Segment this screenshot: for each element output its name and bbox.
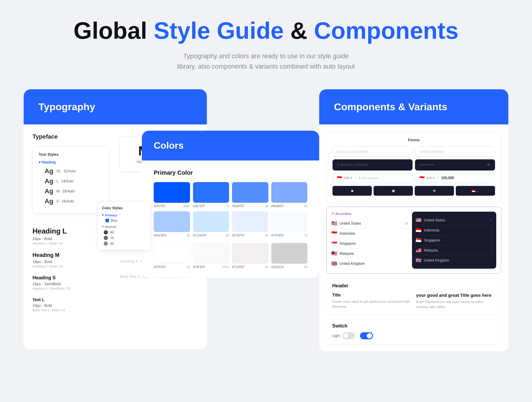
accordion-dark-item-us[interactable]: 🇺🇸 United States ✓ xyxy=(416,215,493,225)
accordion-light: ✦ Accordion 🇺🇸 United States ✓ xyxy=(331,212,408,269)
swatch-color-30b xyxy=(193,211,229,232)
colors-banner-label: Colors xyxy=(154,140,184,151)
flag-uk-dark-icon: 🇬🇧 xyxy=(416,257,421,263)
blue-color-dot xyxy=(106,219,109,222)
neutral-item-80: 80 xyxy=(104,230,146,234)
form-select-2[interactable]: 🇮🇩 IDR ▾ | 100,000 xyxy=(415,173,495,183)
swatch-60 xyxy=(232,182,268,203)
header-desc: Create more value to get started your co… xyxy=(332,299,411,309)
swatch-color-70 xyxy=(193,182,229,203)
hero-section: Global Style Guide & Components Typograp… xyxy=(74,18,458,72)
color-group-primary: ▾ Primary Blue xyxy=(102,213,146,222)
accordion-panel: ✦ Accordion 🇺🇸 United States ✓ xyxy=(326,207,501,274)
switch-thumb-off xyxy=(343,333,348,338)
text-l-title: Text L xyxy=(33,297,111,302)
flag-id-icon-acc: 🇮🇩 xyxy=(331,231,337,236)
form-input-dark-2[interactable]: •••••••••••• 👁 xyxy=(415,159,495,171)
accordion-dark-item-my[interactable]: 🇲🇾 Malaysia xyxy=(416,245,493,255)
form-btn-1[interactable]: ◉ xyxy=(332,186,372,196)
hero-title-blue2: Components xyxy=(314,17,458,44)
neutral-dot-70 xyxy=(104,236,108,240)
flag-us-dark-icon: 🇺🇸 xyxy=(416,217,421,223)
switch-thumb-on xyxy=(367,333,372,338)
swatch-70 xyxy=(193,182,229,203)
swatches-row1-labels: #0057FF Main #2B73FF 70 #558FFF 60 #80AB… xyxy=(154,205,307,208)
switch-row: Light xyxy=(332,332,495,339)
swatches-row2-labels: #AACBFF 30 #CCDOFF 30 #E7EFFF 20 #F7F9FD… xyxy=(154,234,307,237)
switch-panel: Switch Light xyxy=(326,319,501,344)
typeface-label: Typeface xyxy=(33,133,111,140)
form-select-1[interactable]: 🇮🇩 IDR ▾ | $ first finance xyxy=(332,173,413,183)
heading-m-desc: Heading 3 / Bold / 18 xyxy=(33,265,111,268)
forms-label: Forms xyxy=(332,138,495,142)
swatch-10 xyxy=(271,211,308,232)
accordion-item-id[interactable]: 🇮🇩 Indonesia xyxy=(331,228,408,239)
swatch-grey1 xyxy=(193,243,229,264)
swatch-label-main: #0057FF Main xyxy=(154,205,190,208)
swatch-30a xyxy=(154,211,190,232)
text-example-l: Text L 14px - Bold Body Text 1 / Bold / … xyxy=(33,297,111,312)
swatch-color-grey3 xyxy=(271,243,308,264)
heading-s-desc: Heading 4 / SemiBold / 16 xyxy=(33,287,111,290)
switch-light-group: Light xyxy=(332,332,355,339)
accordion-item-my[interactable]: 🇲🇾 Malaysia xyxy=(331,249,408,259)
accordion-dark-item-id[interactable]: 🇮🇩 Indonesia xyxy=(416,225,493,235)
neutral-item-70: 70 xyxy=(104,236,146,240)
form-btn-2[interactable]: ▣ xyxy=(374,186,413,196)
components-banner-label: Components & Variants xyxy=(334,101,447,112)
header-right-section: your good and great Title goes here Ente… xyxy=(416,293,495,309)
style-row-l: Ag L · 24/Auto xyxy=(41,177,103,185)
form-buttons-row: ◉ ▣ ⊞ 🇮🇩 ... xyxy=(332,186,495,196)
header-desc2: Enter Payments you will make money by bi… xyxy=(416,299,495,309)
colors-content: Primary Color xyxy=(142,161,319,278)
swatches-row2 xyxy=(154,211,307,232)
neutral-item-60: 60 xyxy=(104,241,146,246)
flag-id-2-icon: 🇮🇩 xyxy=(419,176,424,180)
color-styles-panel: Color Styles ▾ Primary Blue xyxy=(98,202,151,250)
eye-icon: 👁 xyxy=(486,163,491,167)
accordion-items-light: 🇺🇸 United States ✓ 🇮🇩 Indonesia 🇸🇬 xyxy=(331,218,408,268)
swatch-color-grey1 xyxy=(193,243,229,264)
page-wrapper: Global Style Guide & Components Typograp… xyxy=(0,0,532,402)
hero-subtitle: Typography and colors are ready to use i… xyxy=(74,51,458,72)
heading-s-size: 16px - SemiBold xyxy=(33,282,111,286)
switch-panel-label: Switch xyxy=(332,323,495,329)
switch-off[interactable] xyxy=(342,332,355,339)
flag-id-dark-icon: 🇮🇩 xyxy=(416,227,421,233)
switch-on[interactable] xyxy=(360,332,373,339)
form-btn-4[interactable]: 🇮🇩 ... xyxy=(456,186,495,196)
heading-m-size: 18px - Bold xyxy=(33,260,111,264)
heading-styles-list: Ag XL · 32/Auto Ag L · 24/Auto Ag M · 18… xyxy=(39,167,103,205)
header-content-row: Title Create more value to get started y… xyxy=(332,293,495,309)
header-left-section: Title Create more value to get started y… xyxy=(332,293,411,309)
form-btn-3[interactable]: ⊞ xyxy=(415,186,454,196)
form-input-1[interactable]: Enter your fullname xyxy=(332,146,413,157)
style-info-xl: XL · 32/Auto xyxy=(56,169,76,173)
ag-sample-l: Ag xyxy=(45,177,53,185)
flag-us-icon: 🇺🇸 xyxy=(331,221,337,226)
form-input-2[interactable]: Select province xyxy=(415,146,495,157)
header-title-label: Title xyxy=(332,293,411,297)
style-row-xl: Ag XL · 32/Auto xyxy=(41,167,103,175)
text-styles-title: Text Styles xyxy=(39,152,103,157)
style-info-s: S · 16/Auto xyxy=(56,199,74,203)
neutral-dot-60 xyxy=(104,241,108,246)
form-input-dark-1[interactable]: Enter your fullname xyxy=(332,159,413,171)
accordion-item-sg[interactable]: 🇸🇬 Singapore xyxy=(331,239,408,249)
swatch-color-grey2 xyxy=(232,243,268,264)
ag-sample-m: Ag xyxy=(45,187,53,195)
check-icon-us: ✓ xyxy=(405,221,408,226)
flag-sg-icon: 🇸🇬 xyxy=(331,241,337,246)
hero-title-blue1: Style Guide xyxy=(154,17,284,44)
flag-icon-btn: 🇮🇩 xyxy=(472,189,475,192)
accordion-dark-item-sg[interactable]: 🇸🇬 Singapore xyxy=(416,235,493,245)
typography-banner: Typography xyxy=(24,89,207,124)
accordion-item-us[interactable]: 🇺🇸 United States ✓ xyxy=(331,218,408,228)
swatch-color-20 xyxy=(232,211,268,232)
ag-sample-xl: Ag xyxy=(45,167,53,175)
accordion-dark-item-uk[interactable]: 🇬🇧 United Kingdom xyxy=(416,255,493,265)
heading-example-m: Heading M 18px - Bold Heading 3 / Bold /… xyxy=(33,252,111,268)
color-item-blue: Blue xyxy=(102,219,146,222)
text-l-size: 14px - Bold xyxy=(33,303,111,308)
accordion-item-uk[interactable]: 🇬🇧 United Kingdom xyxy=(331,259,408,268)
